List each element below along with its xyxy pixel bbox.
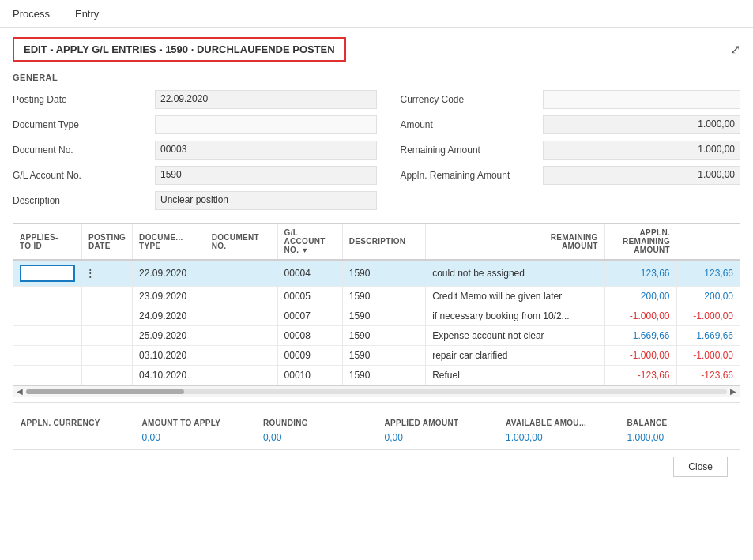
field-row-left-0: Posting Date22.09.2020 bbox=[13, 88, 377, 111]
cell-applies-to-0[interactable] bbox=[13, 260, 82, 287]
summary-label-2: ROUNDING bbox=[263, 419, 369, 427]
menu-item-process[interactable]: Process bbox=[8, 5, 55, 23]
cell-description-5: Refuel bbox=[426, 366, 604, 385]
edit-title: EDIT - APPLY G/L ENTRIES - 1590 · DURCHL… bbox=[13, 37, 346, 62]
field-label-right-0: Currency Code bbox=[401, 94, 543, 105]
field-value-4[interactable]: Unclear position bbox=[155, 191, 377, 210]
summary-col-2: ROUNDING0,00 bbox=[255, 419, 377, 443]
col-header-document_no[interactable]: DOCUMENTNO. bbox=[205, 224, 277, 260]
cell-document_no-0: 00004 bbox=[277, 260, 342, 287]
scroll-track[interactable] bbox=[26, 389, 727, 394]
summary-value-5: 1.000,00 bbox=[627, 432, 733, 443]
col-header-gl_account_no[interactable]: G/LACCOUNTNO. ▼ bbox=[277, 224, 342, 260]
field-label-0: Posting Date bbox=[13, 94, 155, 105]
summary-col-1: AMOUNT TO APPLY0,00 bbox=[134, 419, 256, 443]
summary-label-0: APPLN. CURRENCY bbox=[21, 419, 126, 427]
cell-posting_date-4: 03.10.2020 bbox=[133, 346, 205, 366]
field-label-4: Description bbox=[13, 195, 155, 206]
summary-col-0: APPLN. CURRENCY bbox=[13, 419, 134, 443]
summary-label-3: APPLIED AMOUNT bbox=[385, 419, 491, 427]
cell-applies-to-3 bbox=[13, 326, 82, 346]
cell-description-4: repair car clarified bbox=[426, 346, 604, 366]
col-header-posting_date[interactable]: POSTINGDATE bbox=[82, 224, 133, 260]
field-value-right-1[interactable]: 1.000,00 bbox=[543, 115, 741, 134]
cell-gl_account_no-2: 1590 bbox=[342, 306, 425, 326]
cell-appln_remaining_amount-5: -123,66 bbox=[676, 366, 740, 385]
cell-gl_account_no-1: 1590 bbox=[342, 287, 425, 306]
table-header: APPLIES-TO IDPOSTINGDATEDOCUME...TYPEDOC… bbox=[13, 224, 740, 260]
summary-label-5: BALANCE bbox=[627, 419, 733, 427]
section-label-general: GENERAL bbox=[13, 73, 740, 82]
table-row[interactable]: 24.09.2020000071590if necessary booking … bbox=[13, 306, 740, 326]
table-row[interactable]: 03.10.2020000091590repair car clarified-… bbox=[13, 346, 740, 366]
field-value-right-2[interactable]: 1.000,00 bbox=[543, 141, 741, 160]
cell-remaining_amount-5: -123,66 bbox=[604, 366, 676, 385]
table-row[interactable]: 23.09.2020000051590Credit Memo will be g… bbox=[13, 287, 740, 306]
cell-document_type-4 bbox=[205, 346, 277, 366]
cell-remaining_amount-3: 1.669,66 bbox=[604, 326, 676, 346]
applies-to-input[interactable] bbox=[20, 265, 75, 282]
field-value-1[interactable] bbox=[155, 115, 377, 134]
cell-applies-to-4 bbox=[13, 346, 82, 366]
field-row-left-4: DescriptionUnclear position bbox=[13, 190, 377, 212]
table-row[interactable]: 25.09.2020000081590Expense account not c… bbox=[13, 326, 740, 346]
close-button[interactable]: Close bbox=[673, 457, 728, 477]
divider bbox=[13, 402, 740, 403]
menu-bar: Process Entry bbox=[0, 0, 753, 28]
field-row-left-1: Document Type bbox=[13, 114, 377, 136]
cell-description-1: Credit Memo will be given later bbox=[426, 287, 604, 306]
summary-grid: APPLN. CURRENCYAMOUNT TO APPLY0,00ROUNDI… bbox=[13, 419, 740, 443]
field-row-right-2: Remaining Amount1.000,00 bbox=[401, 139, 741, 161]
field-label-right-2: Remaining Amount bbox=[401, 145, 543, 156]
summary-value-4: 1.000,00 bbox=[506, 432, 612, 443]
menu-item-entry[interactable]: Entry bbox=[70, 5, 104, 23]
cell-description-3: Expense account not clear bbox=[426, 326, 604, 346]
field-row-right-0: Currency Code bbox=[401, 88, 741, 111]
cell-dot-menu-1 bbox=[82, 287, 133, 306]
field-value-right-3[interactable]: 1.000,00 bbox=[543, 166, 741, 185]
cell-posting_date-5: 04.10.2020 bbox=[133, 366, 205, 385]
table-row[interactable]: 04.10.2020000101590Refuel-123,66-123,66 bbox=[13, 366, 740, 385]
expand-icon[interactable]: ⤢ bbox=[730, 42, 740, 57]
cell-dot-menu-4 bbox=[82, 346, 133, 366]
table-row[interactable]: ⋮22.09.2020000041590could not be assigne… bbox=[13, 260, 740, 287]
col-header-description[interactable]: DESCRIPTION bbox=[342, 224, 425, 260]
cell-applies-to-2 bbox=[13, 306, 82, 326]
table-body: ⋮22.09.2020000041590could not be assigne… bbox=[13, 260, 740, 385]
col-header-remaining_amount[interactable]: REMAININGAMOUNT bbox=[426, 224, 604, 260]
cell-applies-to-5 bbox=[13, 366, 82, 385]
summary-col-3: APPLIED AMOUNT0,00 bbox=[377, 419, 499, 443]
cell-appln_remaining_amount-0: 123,66 bbox=[676, 260, 740, 287]
cell-gl_account_no-5: 1590 bbox=[342, 366, 425, 385]
cell-dot-menu-2 bbox=[82, 306, 133, 326]
table-container: APPLIES-TO IDPOSTINGDATEDOCUME...TYPEDOC… bbox=[13, 223, 740, 386]
cell-gl_account_no-4: 1590 bbox=[342, 346, 425, 366]
col-header-appln_remaining_amount[interactable]: APPLN.REMAININGAMOUNT bbox=[604, 224, 676, 260]
footer: Close bbox=[13, 449, 740, 483]
col-header-document_type[interactable]: DOCUME...TYPE bbox=[133, 224, 205, 260]
col-header-applies_to_id[interactable]: APPLIES-TO ID bbox=[13, 224, 82, 260]
cell-posting_date-0: 22.09.2020 bbox=[133, 260, 205, 287]
summary-col-5: BALANCE1.000,00 bbox=[619, 419, 741, 443]
cell-dot-menu-0[interactable]: ⋮ bbox=[82, 260, 133, 287]
scroll-thumb[interactable] bbox=[26, 389, 184, 394]
right-fields: Currency CodeAmount1.000,00Remaining Amo… bbox=[377, 88, 741, 215]
entries-table: APPLIES-TO IDPOSTINGDATEDOCUME...TYPEDOC… bbox=[13, 224, 740, 385]
scroll-left-arrow[interactable]: ◀ bbox=[17, 387, 23, 396]
field-value-right-0[interactable] bbox=[543, 90, 741, 109]
cell-appln_remaining_amount-4: -1.000,00 bbox=[676, 346, 740, 366]
dot-menu-icon[interactable]: ⋮ bbox=[85, 268, 95, 279]
field-value-3[interactable]: 1590 bbox=[155, 166, 377, 185]
field-value-0[interactable]: 22.09.2020 bbox=[155, 90, 377, 109]
field-value-2[interactable]: 00003 bbox=[155, 141, 377, 160]
field-label-right-1: Amount bbox=[401, 119, 543, 130]
cell-posting_date-3: 25.09.2020 bbox=[133, 326, 205, 346]
field-label-right-3: Appln. Remaining Amount bbox=[401, 170, 543, 181]
scroll-right-arrow[interactable]: ▶ bbox=[730, 387, 736, 396]
cell-document_type-3 bbox=[205, 326, 277, 346]
cell-dot-menu-3 bbox=[82, 326, 133, 346]
summary-section: APPLN. CURRENCYAMOUNT TO APPLY0,00ROUNDI… bbox=[13, 408, 740, 449]
horizontal-scrollbar[interactable]: ◀ ▶ bbox=[13, 386, 740, 397]
cell-appln_remaining_amount-3: 1.669,66 bbox=[676, 326, 740, 346]
summary-value-3: 0,00 bbox=[385, 432, 491, 443]
